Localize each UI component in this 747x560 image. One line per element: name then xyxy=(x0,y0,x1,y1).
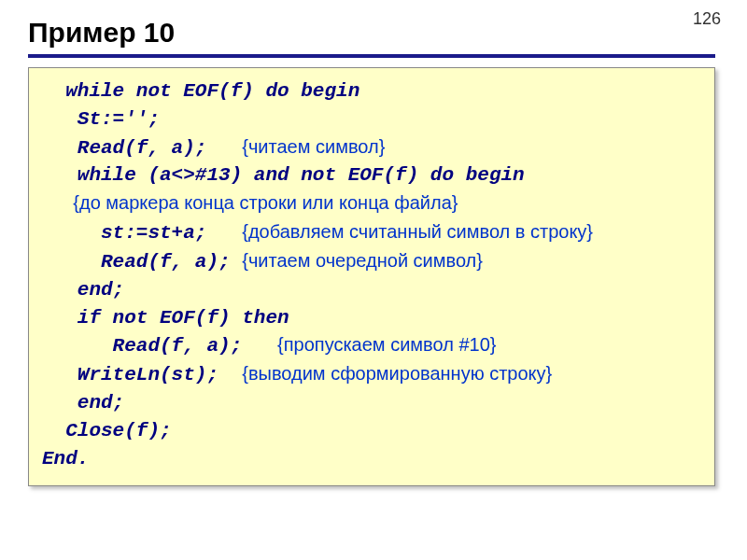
code-line: St:=''; xyxy=(42,105,701,133)
code-comment: {добавляем считанный символ в строку} xyxy=(242,221,593,242)
slide-title: Пример 10 xyxy=(28,17,175,49)
code-line: Read(f, a); {читаем символ} xyxy=(42,133,701,162)
code-line: while not EOF(f) do begin xyxy=(42,77,701,105)
code-line: end; xyxy=(42,389,701,417)
code-line: Read(f, a); {пропускаем символ #10} xyxy=(42,331,701,360)
code-text: Read(f, a); xyxy=(42,335,277,357)
code-line: End. xyxy=(42,445,701,473)
code-line: st:=st+a; {добавляем считанный символ в … xyxy=(42,218,701,247)
code-text: while (a<>#13) and not EOF(f) do begin xyxy=(42,164,525,186)
code-text: if not EOF(f) then xyxy=(42,307,289,329)
code-line: Close(f); xyxy=(42,417,701,445)
code-text: St:=''; xyxy=(42,108,160,130)
code-text: Close(f); xyxy=(42,420,172,441)
code-line: end; xyxy=(42,276,701,304)
code-line: if not EOF(f) then xyxy=(42,304,701,332)
code-line: WriteLn(st); {выводим сформированную стр… xyxy=(42,360,701,389)
code-text: end; xyxy=(42,279,124,301)
code-line: Read(f, a); {читаем очередной символ} xyxy=(42,247,701,276)
code-comment: {до маркера конца строки или конца файла… xyxy=(42,192,458,213)
code-block: while not EOF(f) do begin St:=''; Read(f… xyxy=(28,67,715,486)
code-comment: {пропускаем символ #10} xyxy=(277,334,496,355)
code-line: {до маркера конца строки или конца файла… xyxy=(42,189,701,218)
code-comment: {читаем символ} xyxy=(242,136,385,157)
code-text: end; xyxy=(42,392,124,413)
code-line: while (a<>#13) and not EOF(f) do begin xyxy=(42,161,701,189)
code-text: st:=st+a; xyxy=(42,222,242,244)
title-underline xyxy=(28,54,715,58)
code-text: Read(f, a); xyxy=(42,251,242,273)
code-text: End. xyxy=(42,448,89,469)
code-comment: {выводим сформированную строку} xyxy=(242,363,552,384)
code-text: while not EOF(f) do begin xyxy=(42,80,359,102)
page-number: 126 xyxy=(693,9,721,29)
code-comment: {читаем очередной символ} xyxy=(242,250,483,271)
code-text: WriteLn(st); xyxy=(42,364,242,385)
code-text: Read(f, a); xyxy=(42,137,242,159)
